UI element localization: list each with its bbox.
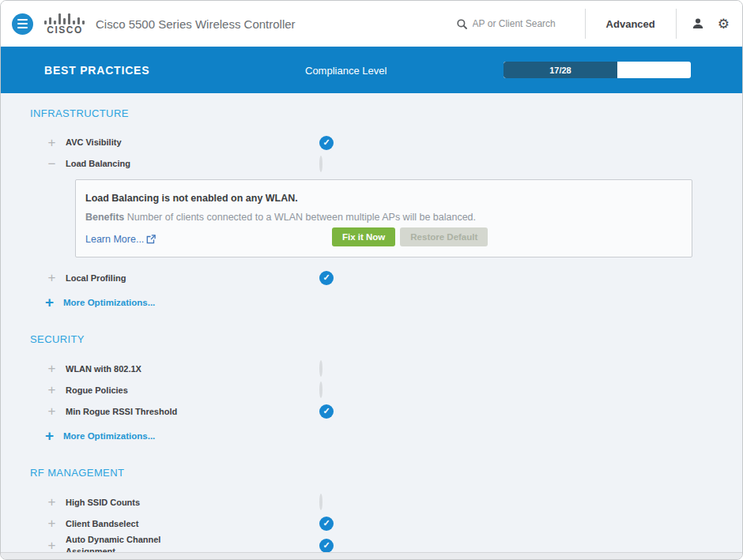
cisco-logo-bars-icon	[44, 13, 85, 24]
section-title: INFRASTRUCTURE	[30, 107, 742, 119]
header-icons: ⚙	[677, 17, 742, 31]
practice-row-min-rogue-rssi: + Min Rogue RSSI Threshold ✓	[30, 400, 742, 422]
practice-row-client-bandselect: + Client Bandselect ✓	[30, 513, 742, 534]
practice-label: Client Bandselect	[66, 518, 138, 529]
practice-row-wlan-8021x: + WLAN with 802.1X	[30, 358, 742, 379]
section-title: SECURITY	[30, 333, 742, 345]
more-optimizations-security[interactable]: + More Optimizations...	[30, 425, 742, 446]
status-checked-icon: ✓	[319, 517, 334, 531]
status-checked-icon: ✓	[319, 539, 334, 553]
expand-plus-icon[interactable]: +	[46, 136, 58, 149]
external-link-icon	[146, 235, 156, 244]
expand-plus-icon[interactable]: +	[46, 383, 58, 397]
best-practices-banner: BEST PRACTICES Compliance Level 17/28	[1, 47, 742, 93]
section-infrastructure: INFRASTRUCTURE + AVC Visibility ✓ − Load…	[30, 107, 742, 313]
load-balancing-detail-panel: Load Balancing is not enabled on any WLA…	[75, 179, 692, 257]
hamburger-menu-button[interactable]	[12, 13, 33, 35]
practice-row-local-profiling: + Local Profiling ✓	[30, 267, 742, 288]
status-unchecked-icon	[319, 360, 322, 377]
panel-title: Load Balancing is not enabled on any WLA…	[85, 193, 676, 204]
section-title: RF MANAGEMENT	[30, 467, 742, 479]
practice-label: Rogue Policies	[66, 385, 128, 396]
advanced-button[interactable]: Advanced	[586, 1, 676, 47]
practice-label: High SSID Counts	[66, 497, 140, 508]
status-unchecked-icon	[319, 381, 322, 398]
expand-plus-icon[interactable]: +	[46, 517, 58, 530]
search-icon	[457, 19, 467, 29]
expand-plus-icon[interactable]: +	[46, 495, 58, 509]
learn-more-link[interactable]: Learn More...	[85, 234, 156, 245]
practice-row-avc-visibility: + AVC Visibility ✓	[30, 132, 742, 153]
app-title: Cisco 5500 Series Wireless Controller	[96, 17, 296, 31]
practice-row-high-ssid-counts: + High SSID Counts	[30, 491, 742, 513]
hamburger-icon	[17, 19, 28, 21]
gear-icon[interactable]: ⚙	[718, 17, 730, 31]
panel-buttons: Fix it Now Restore Default	[332, 227, 488, 246]
compliance-level-label: Compliance Level	[305, 64, 387, 76]
app-header: CISCO Cisco 5500 Series Wireless Control…	[1, 1, 742, 47]
page-title: BEST PRACTICES	[44, 64, 149, 77]
practice-row-rogue-policies: + Rogue Policies	[30, 379, 742, 400]
more-optimizations-label: More Optimizations...	[63, 298, 155, 307]
window-footer	[1, 552, 742, 559]
expand-plus-icon[interactable]: +	[46, 404, 58, 418]
status-checked-icon: ✓	[319, 271, 334, 285]
header-right: Advanced ⚙	[457, 1, 742, 47]
cisco-logo: CISCO	[44, 13, 85, 35]
expand-plus-icon[interactable]: +	[46, 271, 58, 284]
status-checked-icon: ✓	[319, 404, 334, 419]
plus-icon: +	[43, 295, 55, 310]
section-rf-management: RF MANAGEMENT + High SSID Counts + Clien…	[30, 467, 742, 560]
benefits-text: Number of clients connected to a WLAN be…	[127, 212, 476, 223]
cisco-logo-text: CISCO	[47, 25, 83, 35]
status-unchecked-icon	[319, 494, 322, 510]
benefits-label: Benefits	[85, 212, 124, 223]
more-optimizations-label: More Optimizations...	[63, 431, 155, 441]
practice-label: AVC Visibility	[66, 137, 122, 148]
progress-value: 17/28	[549, 66, 571, 75]
practice-row-load-balancing: − Load Balancing	[30, 153, 742, 175]
search-input[interactable]	[473, 18, 566, 29]
collapse-minus-icon[interactable]: −	[46, 157, 58, 171]
best-practices-content: INFRASTRUCTURE + AVC Visibility ✓ − Load…	[1, 93, 742, 560]
practice-label: WLAN with 802.1X	[66, 363, 141, 374]
expand-plus-icon[interactable]: +	[46, 539, 58, 552]
progress-fill: 17/28	[504, 62, 617, 78]
search-box	[457, 18, 566, 29]
practice-label: Local Profiling	[66, 272, 126, 284]
fix-it-now-button[interactable]: Fix it Now	[332, 227, 395, 246]
expand-plus-icon[interactable]: +	[46, 362, 58, 375]
practice-label: Load Balancing	[66, 158, 130, 169]
panel-benefits: Benefits Number of clients connected to …	[85, 211, 560, 224]
plus-icon: +	[43, 428, 55, 443]
user-icon[interactable]	[692, 18, 703, 29]
compliance-progress-bar: 17/28	[504, 62, 691, 78]
app-window: CISCO Cisco 5500 Series Wireless Control…	[0, 0, 743, 560]
status-checked-icon: ✓	[319, 136, 334, 150]
restore-default-button[interactable]: Restore Default	[400, 227, 488, 246]
panel-footer: Learn More... Fix it Now Restore Default	[85, 227, 676, 246]
more-optimizations-infrastructure[interactable]: + More Optimizations...	[30, 291, 742, 313]
practice-label: Min Rogue RSSI Threshold	[66, 406, 177, 417]
section-security: SECURITY + WLAN with 802.1X + Rogue Poli…	[30, 333, 742, 446]
status-unchecked-icon	[319, 156, 322, 172]
